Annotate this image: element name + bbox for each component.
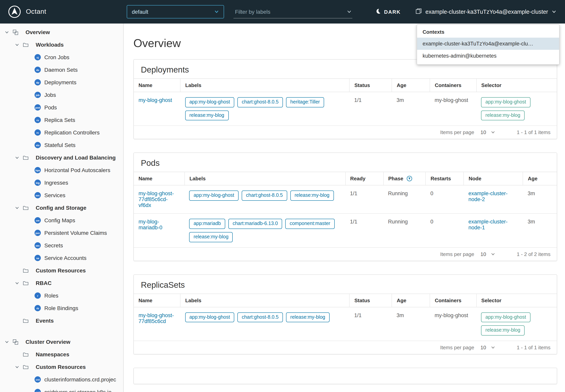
sidebar-item-replication-controllers[interactable]: rcReplication Controllers	[0, 126, 123, 139]
sidebar-item-custom-resources[interactable]: Custom Resources	[0, 361, 123, 373]
sidebar-item-discovery-and-load-balancing[interactable]: Discovery and Load Balancing	[0, 151, 123, 164]
table-row: my-blog-mariadb-0app:mariadbchart:mariad…	[134, 214, 557, 247]
column-header-name: Name	[134, 79, 180, 92]
context-item[interactable]: kubernetes-admin@kubernetes	[417, 50, 559, 62]
sidebar-item-ingresses[interactable]: ingIngresses	[0, 176, 123, 189]
sidebar-item-label: Deployments	[44, 79, 76, 85]
sidebar-item-horizontal-pod-autoscalers[interactable]: hpaHorizontal Pod Autoscalers	[0, 164, 123, 176]
items-per-page-select[interactable]: 10	[480, 251, 495, 257]
phase-value: Running	[388, 191, 408, 196]
namespace-select[interactable]: default	[127, 5, 224, 18]
selector-chip: app:my-blog-ghost	[481, 97, 530, 107]
ready-value: 1/1	[350, 191, 357, 196]
label-chip-list: app:my-blog-ghostchart:ghost-8.0.5herita…	[185, 97, 345, 121]
sidebar-item-label: Cluster Overview	[26, 339, 70, 345]
card-title: Pods	[134, 153, 557, 172]
roles-icon: r	[34, 293, 41, 299]
objects-icon	[13, 29, 22, 35]
table-row: my-blog-ghost-77df85c6cdapp:my-blog-ghos…	[134, 307, 557, 341]
sidebar-item-daemon-sets[interactable]: dsDaemon Sets	[0, 64, 123, 76]
sidebar-item-clusterinformations-crd-projec[interactable]: crdclusterinformations.crd.projec	[0, 373, 123, 386]
chevron-down-icon[interactable]	[347, 9, 352, 14]
sidebar-item-label: Replica Sets	[44, 117, 75, 123]
node-link[interactable]: example-cluster-node-2	[468, 191, 508, 202]
sidebar-item-secrets[interactable]: secSecrets	[0, 239, 123, 252]
restarts-value: 0	[431, 191, 433, 196]
status-cell: 1/1	[350, 307, 392, 341]
column-header-status: Status	[350, 294, 392, 307]
sidebar-item-rbac[interactable]: RBAC	[0, 277, 123, 289]
moon-icon	[375, 8, 381, 15]
column-header-name: Name	[134, 294, 180, 307]
sidebar-item-csidrivers-csi-storage-k8s-io[interactable]: crdcsidrivers.csi.storage.k8s.io	[0, 386, 123, 392]
node-link[interactable]: example-cluster-node-1	[468, 219, 508, 231]
items-per-page-label: Items per page	[440, 129, 474, 135]
sidebar-item-cron-jobs[interactable]: cjCron Jobs	[0, 51, 123, 64]
sidebar-item-events[interactable]: Events	[0, 314, 123, 327]
sidebar-item-label: Persistent Volume Claims	[44, 230, 107, 236]
sidebar-item-label: clusterinformations.crd.projec	[44, 376, 116, 383]
label-chip: app:my-blog-ghost	[189, 191, 238, 201]
selector-chip-list: app:my-blog-ghostrelease:my-blog	[481, 312, 552, 336]
label-chip: component:master	[285, 219, 334, 229]
age-value: 3m	[528, 219, 535, 225]
column-header-labels: Labels	[180, 79, 349, 92]
sidebar-item-label: Events	[36, 318, 54, 324]
ready-cell: 1/1	[345, 185, 383, 214]
pagination-range: 1 - 1 of 1 items	[517, 129, 550, 135]
sidebar-item-label: Custom Resources	[36, 364, 86, 370]
sidebar-item-role-bindings[interactable]: rbRole Bindings	[0, 302, 123, 314]
sidebar-item-config-and-storage[interactable]: Config and Storage	[0, 201, 123, 214]
age-value: 3m	[397, 97, 404, 103]
context-switcher[interactable]: example-cluster-ka3TuTzYo4a@example-clus…	[416, 8, 556, 15]
pods-table: NameLabelsReadyPhaseRestartsNodeAgemy-bl…	[134, 172, 557, 247]
name-link[interactable]: my-blog-ghost	[138, 97, 172, 103]
sidebar-item-pods[interactable]: podPods	[0, 101, 123, 114]
name-cell: my-blog-mariadb-0	[134, 214, 185, 247]
sidebar-item-workloads[interactable]: Workloads	[0, 38, 123, 51]
name-link[interactable]: my-blog-mariadb-0	[138, 219, 163, 231]
sidebar-item-jobs[interactable]: jobJobs	[0, 89, 123, 101]
sidebar-item-config-maps[interactable]: cmConfig Maps	[0, 214, 123, 226]
age-value: 3m	[528, 191, 535, 196]
items-per-page-select[interactable]: 10	[480, 129, 495, 135]
sidebar-item-services[interactable]: svcServices	[0, 189, 123, 201]
label-chip: release:my-blog	[185, 110, 229, 120]
sidebar-item-namespaces[interactable]: Namespaces	[0, 348, 123, 361]
sidebar-item-deployments[interactable]: dpDeployments	[0, 76, 123, 89]
sidebar-item-label: Role Bindings	[44, 305, 78, 311]
theme-toggle[interactable]: DARK	[375, 8, 401, 15]
funnel-icon[interactable]	[406, 176, 412, 182]
containers-value: my-blog-ghost	[434, 312, 468, 318]
daemon-sets-icon: ds	[34, 67, 41, 73]
phase-value: Running	[388, 219, 408, 225]
sidebar-item-replica-sets[interactable]: rsReplica Sets	[0, 114, 123, 126]
sidebar-item-custom-resources[interactable]: Custom Resources	[0, 264, 123, 277]
context-switcher-label: example-cluster-ka3TuTzYo4a@example-clus…	[426, 9, 548, 15]
replication-controllers-icon: rc	[34, 129, 41, 136]
sidebar-item-overview[interactable]: Overview	[0, 26, 123, 38]
next-card-partial	[134, 368, 557, 384]
context-item[interactable]: example-cluster-ka3TuTzYo4a@example-clu…	[417, 38, 559, 50]
label-filter-input[interactable]	[234, 8, 344, 15]
sidebar-item-persistent-volume-claims[interactable]: pvcPersistent Volume Claims	[0, 226, 123, 239]
pods-card: Pods NameLabelsReadyPhaseRestartsNodeAge…	[134, 153, 557, 261]
sidebar-item-roles[interactable]: rRoles	[0, 289, 123, 302]
card-title: ReplicaSets	[134, 275, 557, 294]
sidebar-item-stateful-sets[interactable]: stsStateful Sets	[0, 139, 123, 151]
column-header-status: Status	[350, 79, 392, 92]
name-link[interactable]: my-blog-ghost-77df85c6cd	[138, 312, 174, 324]
sidebar-item-service-accounts[interactable]: saService Accounts	[0, 252, 123, 264]
items-per-page-select[interactable]: 10	[480, 345, 495, 350]
name-link[interactable]: my-blog-ghost-77df85c6cd-vf6dx	[138, 191, 174, 208]
sidebar-item-cluster-overview[interactable]: Cluster Overview	[0, 336, 123, 348]
sidebar-item-label: Horizontal Pod Autoscalers	[44, 167, 110, 173]
age-cell: 3m	[523, 214, 557, 247]
pagination: Items per page 10 1 - 1 of 1 items	[134, 341, 557, 354]
containers-value: my-blog-ghost	[434, 97, 468, 103]
containers-cell: my-blog-ghost	[430, 92, 476, 126]
replicasets-card: ReplicaSets NameLabelsStatusAgeContainer…	[134, 274, 557, 354]
folder-icon	[23, 364, 32, 370]
sidebar-item-label: Namespaces	[36, 351, 69, 358]
cron-jobs-icon: cj	[34, 54, 41, 60]
